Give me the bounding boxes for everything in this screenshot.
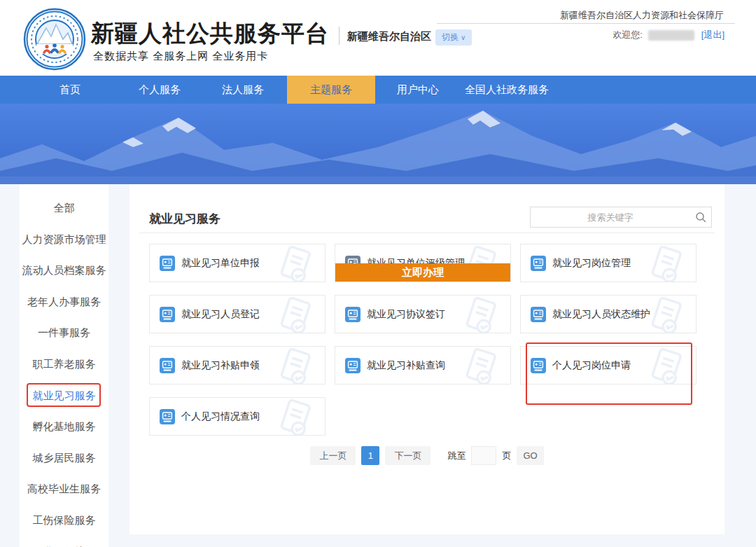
service-card-icon (345, 307, 360, 322)
service-card-label: 就业见习补贴申领 (181, 359, 260, 372)
service-card[interactable]: 就业见习单位申报 (149, 244, 326, 282)
sidebar-item-worker-pension[interactable]: 职工养老服务 (20, 349, 108, 380)
sidebar-item-mobile-archives[interactable]: 流动人员档案服务 (20, 255, 108, 286)
service-card-label: 就业见习人员登记 (181, 308, 260, 321)
site-slogan: 全数据共享 全服务上网 全业务用卡 (93, 50, 268, 63)
document-watermark-icon (276, 246, 314, 282)
header: 新疆人社公共服务平台 全数据共享 全服务上网 全业务用卡 新疆维吾尔自治区 切换… (0, 0, 756, 76)
service-card-icon (160, 256, 175, 271)
service-card[interactable]: 就业见习协议签订 (335, 295, 511, 333)
document-watermark-icon (647, 246, 685, 282)
sidebar-item-hr-market[interactable]: 人力资源市场管理 (20, 224, 108, 256)
sidebar-categories: 全部 人力资源市场管理 流动人员档案服务 老年人办事服务 一件事服务 职工养老服… (20, 184, 108, 547)
service-card-label: 就业见习人员状态维护 (552, 308, 650, 321)
document-watermark-icon (276, 348, 314, 385)
welcome-label: 欢迎您: (612, 29, 643, 41)
sidebar-item-incubator[interactable]: 孵化基地服务 (20, 411, 108, 443)
pagination: 上一页 1 下一页 跳至 页 GO (130, 446, 724, 465)
nav-item-theme-active[interactable]: 主题服务 (287, 76, 375, 104)
sidebar-item-elderly[interactable]: 老年人办事服务 (20, 286, 108, 318)
document-watermark-icon (276, 399, 314, 436)
service-card-icon (160, 409, 175, 424)
chevron-down-icon: ∨ (461, 34, 465, 41)
panel-divider (139, 233, 715, 233)
service-card-icon (160, 307, 175, 322)
service-card[interactable]: 就业见习单位评级管理 立即办理 (335, 244, 511, 282)
service-card[interactable]: 就业见习人员状态维护 (520, 295, 696, 333)
service-card-label: 就业见习单位申报 (181, 257, 260, 270)
main-nav: 首页 个人服务 法人服务 主题服务 用户中心 全国人社政务服务 (0, 76, 756, 104)
search-input[interactable] (531, 207, 690, 227)
site-logo-icon (23, 8, 86, 71)
service-card[interactable]: 就业见习人员登记 (149, 295, 326, 333)
go-button[interactable]: GO (517, 446, 543, 465)
service-card-icon (531, 307, 546, 322)
document-watermark-icon (461, 297, 499, 333)
nav-item-legal[interactable]: 法人服务 (203, 76, 283, 104)
service-card[interactable]: 就业见习岗位管理 (520, 244, 696, 282)
sidebar-item-urban-rural[interactable]: 城乡居民服务 (20, 443, 108, 474)
banner-mountains-image (0, 104, 756, 184)
username-redacted (648, 30, 694, 41)
handle-now-button[interactable]: 立即办理 (335, 263, 510, 282)
search-icon[interactable] (690, 212, 711, 223)
next-page-button[interactable]: 下一页 (385, 446, 430, 465)
document-watermark-icon (647, 297, 685, 333)
prev-page-button[interactable]: 上一页 (310, 446, 356, 465)
org-name: 新疆维吾尔自治区人力资源和社会保障厅 (560, 9, 724, 22)
switch-label: 切换 (442, 32, 458, 42)
service-card[interactable]: 就业见习补贴查询 (335, 346, 511, 385)
sidebar-item-clipped[interactable]: 职业技能培训 (20, 536, 108, 547)
title-divider (339, 27, 340, 45)
document-watermark-icon (647, 348, 685, 385)
service-card-personal-apply[interactable]: 个人见习岗位申请 (520, 346, 696, 385)
welcome-row: 欢迎您: [退出] (612, 29, 724, 41)
sidebar-item-all[interactable]: 全部 (20, 193, 108, 224)
document-watermark-icon (461, 348, 499, 385)
org-underline (437, 23, 735, 24)
sidebar-item-one-thing[interactable]: 一件事服务 (20, 317, 108, 349)
service-card[interactable]: 就业见习补贴申领 (149, 346, 326, 385)
service-card-icon (531, 358, 546, 373)
current-page-button[interactable]: 1 (361, 446, 379, 465)
service-card[interactable]: 个人见习情况查询 (149, 397, 326, 436)
service-card-icon (345, 358, 360, 373)
service-card-label: 个人见习情况查询 (181, 410, 260, 423)
document-watermark-icon (276, 297, 314, 333)
sidebar-item-work-injury[interactable]: 工伤保险服务 (20, 505, 108, 536)
nav-item-national[interactable]: 全国人社政务服务 (459, 76, 554, 104)
search-box (530, 207, 712, 228)
page-title: 就业见习服务 (149, 211, 220, 227)
service-card-label: 个人见习岗位申请 (552, 359, 631, 372)
nav-item-user-center[interactable]: 用户中心 (381, 76, 455, 104)
service-card-icon (531, 256, 546, 271)
sidebar-item-graduates[interactable]: 高校毕业生服务 (20, 473, 108, 505)
service-card-label: 就业见习岗位管理 (552, 257, 631, 270)
page-number-input[interactable] (471, 446, 496, 465)
nav-item-home[interactable]: 首页 (38, 76, 102, 104)
nav-item-personal[interactable]: 个人服务 (119, 76, 200, 104)
jump-to-label: 跳至 (447, 450, 465, 462)
page: 新疆人社公共服务平台 全数据共享 全服务上网 全业务用卡 新疆维吾尔自治区 切换… (0, 0, 756, 547)
region-name: 新疆维吾尔自治区 (347, 30, 431, 43)
region-switch-button[interactable]: 切换∨ (435, 29, 472, 46)
page-unit-label: 页 (502, 450, 511, 462)
logout-link[interactable]: [退出] (701, 29, 724, 41)
sidebar-item-internship-active[interactable]: 就业见习服务 (20, 380, 108, 412)
service-cards-grid: 就业见习单位申报 就业见习单位评级管理 立即办理 就业见习岗位管理 就业见习人员… (149, 244, 696, 436)
site-title: 新疆人社公共服务平台 (91, 18, 329, 50)
service-card-icon (160, 358, 175, 373)
service-card-label: 就业见习补贴查询 (367, 359, 445, 372)
service-card-label: 就业见习协议签订 (367, 308, 445, 321)
main-panel: 就业见习服务 就业见习单位申报 就业见习单位评级管理 立即办理 (130, 184, 724, 534)
